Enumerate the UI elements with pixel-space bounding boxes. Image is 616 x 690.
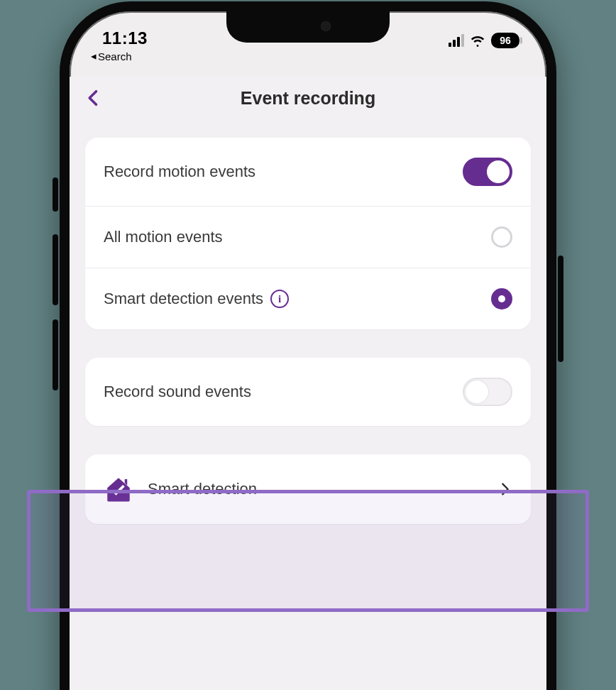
motion-events-card: Record motion events All motion events S… xyxy=(85,138,531,329)
smart-detection-events-label: Smart detection events xyxy=(104,290,263,308)
all-motion-radio[interactable] xyxy=(491,226,512,248)
page-title: Event recording xyxy=(241,88,375,109)
back-caret-icon: ◂ xyxy=(91,50,97,62)
record-sound-toggle[interactable] xyxy=(463,378,512,406)
chevron-left-icon xyxy=(84,88,104,108)
front-camera-icon xyxy=(321,21,331,31)
back-button[interactable] xyxy=(82,87,105,109)
phone-frame: 11:13 ◂ Search 96 Event recording Record… xyxy=(60,1,556,690)
notch xyxy=(226,11,390,43)
power-button xyxy=(558,256,563,362)
battery-level: 96 xyxy=(500,35,511,46)
breadcrumb-back-label: Search xyxy=(98,50,132,62)
volume-up-button xyxy=(53,234,58,305)
breadcrumb-back[interactable]: ◂ Search xyxy=(91,50,132,62)
sound-events-card: Record sound events xyxy=(85,358,531,426)
record-motion-row: Record motion events xyxy=(85,138,531,207)
smart-detection-nav-label: Smart detection xyxy=(148,480,257,498)
battery-indicator: 96 xyxy=(491,33,519,48)
page-header: Event recording xyxy=(70,77,546,119)
all-motion-row[interactable]: All motion events xyxy=(85,207,531,268)
record-motion-label: Record motion events xyxy=(104,163,255,181)
cellular-signal-icon xyxy=(449,34,464,47)
smart-detection-events-row[interactable]: Smart detection events xyxy=(85,268,531,329)
smart-home-check-icon xyxy=(104,474,133,504)
wifi-icon xyxy=(470,33,485,48)
status-time: 11:13 xyxy=(102,28,148,48)
smart-detection-radio[interactable] xyxy=(491,288,512,310)
smart-detection-card: Smart detection xyxy=(85,454,531,524)
volume-down-button xyxy=(53,319,58,390)
record-sound-row: Record sound events xyxy=(85,358,531,426)
volume-mute-button xyxy=(53,177,58,212)
info-icon[interactable] xyxy=(270,290,289,308)
record-sound-label: Record sound events xyxy=(104,383,251,401)
record-motion-toggle[interactable] xyxy=(463,158,512,186)
all-motion-label: All motion events xyxy=(104,228,223,246)
chevron-right-icon xyxy=(497,481,512,497)
smart-detection-nav[interactable]: Smart detection xyxy=(85,454,531,524)
